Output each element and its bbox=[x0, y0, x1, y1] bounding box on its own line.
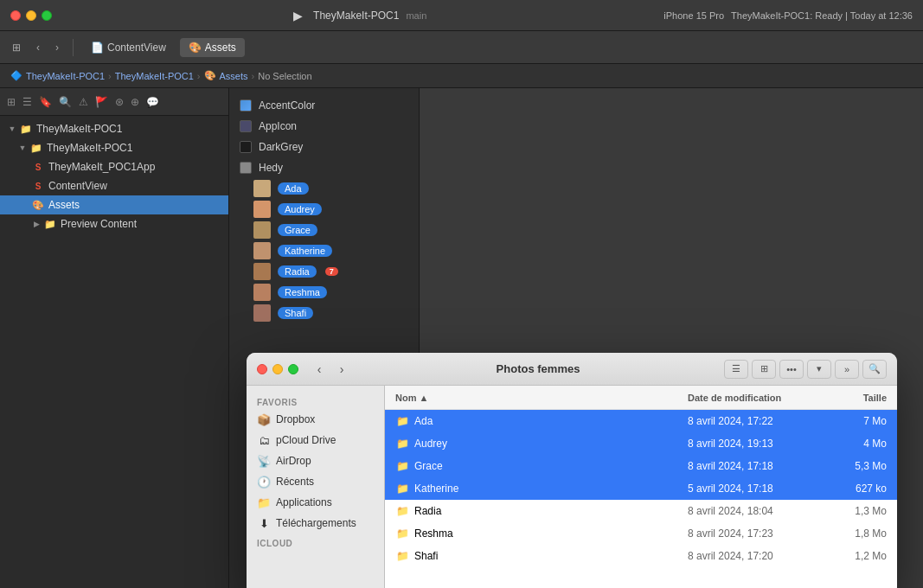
finder-item-downloads[interactable]: ⬇ Téléchargements bbox=[247, 513, 384, 534]
asset-label-darkgrey: DarkGrey bbox=[259, 141, 303, 153]
col-header-name[interactable]: Nom ▲ bbox=[395, 393, 688, 403]
asset-item-accentcolor[interactable]: AccentColor bbox=[229, 95, 419, 116]
finder-minimize-btn[interactable] bbox=[272, 364, 283, 374]
finder-title: Photos femmes bbox=[359, 362, 717, 375]
sidebar-item-preview[interactable]: ▶ 📁 Preview Content bbox=[0, 214, 228, 233]
finder-file-katherine[interactable]: 📁 Katherine 5 avril 2024, 17:18 627 ko bbox=[385, 477, 897, 500]
finder-file-reshma[interactable]: 📁 Reshma 8 avril 2024, 17:23 1,8 Mo bbox=[385, 522, 897, 545]
finder-file-shafi[interactable]: 📁 Shafi 8 avril 2024, 17:20 1,2 Mo bbox=[385, 545, 897, 567]
appicon-dot bbox=[240, 120, 252, 132]
finder-file-audrey[interactable]: 📁 Audrey 8 avril 2024, 19:13 4 Mo bbox=[385, 432, 897, 455]
finder-item-pcloud[interactable]: 🗂 pCloud Drive bbox=[247, 430, 384, 451]
sidebar-item-assets[interactable]: 🎨 Assets bbox=[0, 195, 228, 214]
finder-back-btn[interactable]: ‹ bbox=[309, 360, 330, 379]
asset-item-grace[interactable]: Grace bbox=[229, 220, 419, 240]
file-size-grace: 5,3 Mo bbox=[826, 460, 887, 472]
col-header-size[interactable]: Taille bbox=[826, 393, 887, 403]
file-date-audrey: 8 avril 2024, 19:13 bbox=[688, 438, 826, 450]
flag-icon[interactable]: 🚩 bbox=[95, 96, 108, 108]
airdrop-icon: 📡 bbox=[257, 454, 271, 468]
breadcrumb-3[interactable]: Assets bbox=[220, 71, 248, 81]
finder-more-btn[interactable]: ••• bbox=[779, 360, 804, 379]
finder-item-recents[interactable]: 🕐 Récents bbox=[247, 471, 384, 492]
asset-item-shafi[interactable]: Shafi bbox=[229, 303, 419, 323]
finder-grid-view-btn[interactable]: ⊞ bbox=[752, 360, 776, 379]
toolbar-separator bbox=[73, 39, 74, 56]
finder-label-recents: Récents bbox=[276, 476, 314, 488]
folder-icon-ada: 📁 bbox=[395, 414, 409, 428]
asset-item-darkgrey[interactable]: DarkGrey bbox=[229, 137, 419, 157]
file-size-shafi: 1,2 Mo bbox=[826, 550, 887, 562]
finder-section-icloud: iCloud bbox=[247, 534, 384, 550]
folder-icon-shafi: 📁 bbox=[395, 549, 409, 563]
sidebar-item-root[interactable]: ▼ 📁 TheyMakeIt-POC1 bbox=[0, 119, 228, 138]
minimize-button[interactable] bbox=[26, 10, 36, 21]
col-header-date[interactable]: Date de modification bbox=[688, 393, 826, 403]
folder-icon-audrey: 📁 bbox=[395, 437, 409, 451]
asset-item-ada[interactable]: Ada bbox=[229, 178, 419, 199]
grid-icon[interactable]: ⊞ bbox=[7, 96, 16, 108]
finder-file-ada[interactable]: 📁 Ada 8 avril 2024, 17:22 7 Mo bbox=[385, 410, 897, 432]
finder-file-grace[interactable]: 📁 Grace 8 avril 2024, 17:18 5,3 Mo bbox=[385, 455, 897, 477]
finder-maximize-btn[interactable] bbox=[288, 364, 298, 374]
asset-label-katherine: Katherine bbox=[278, 245, 332, 257]
filter-icon[interactable]: ⊛ bbox=[115, 96, 124, 108]
asset-item-hedy[interactable]: Hedy bbox=[229, 157, 419, 178]
folder-icon-root: 📁 bbox=[19, 122, 33, 136]
comment-icon[interactable]: 💬 bbox=[146, 96, 159, 108]
asset-item-audrey[interactable]: Audrey bbox=[229, 199, 419, 220]
breadcrumb-icon-assets: 🎨 bbox=[204, 70, 216, 81]
finder-list-view-btn[interactable]: ☰ bbox=[724, 360, 748, 379]
breadcrumb-icon: 🔷 bbox=[10, 70, 22, 81]
maximize-button[interactable] bbox=[42, 10, 52, 21]
asset-item-reshma[interactable]: Reshma bbox=[229, 282, 419, 303]
finder-nav-buttons: ‹ › bbox=[309, 360, 352, 379]
finder-close-btn[interactable] bbox=[257, 364, 267, 374]
sidebar-item-app[interactable]: S TheyMakeIt_POC1App bbox=[0, 157, 228, 176]
breadcrumb-1[interactable]: TheyMakeIt-POC1 bbox=[26, 71, 105, 81]
sidebar-item-group[interactable]: ▼ 📁 TheyMakeIt-POC1 bbox=[0, 138, 228, 157]
status-bar: iPhone 15 Pro TheyMakeIt-POC1: Ready | T… bbox=[663, 10, 913, 21]
finder-file-radia[interactable]: 📁 Radia 8 avril 2024, 18:04 1,3 Mo bbox=[385, 500, 897, 522]
breadcrumb-2[interactable]: TheyMakeIt-POC1 bbox=[115, 71, 194, 81]
downloads-icon: ⬇ bbox=[257, 516, 271, 530]
device-label: iPhone 15 Pro bbox=[663, 10, 724, 21]
tab-contentview[interactable]: 📄 ContentView bbox=[82, 38, 175, 57]
diff-icon[interactable]: ⊕ bbox=[131, 96, 139, 108]
bookmark-icon[interactable]: 🔖 bbox=[39, 96, 52, 108]
darkgrey-dot bbox=[240, 141, 252, 153]
sidebar-toolbar: ⊞ ☰ 🔖 🔍 ⚠ 🚩 ⊛ ⊕ 💬 bbox=[0, 88, 228, 116]
finder-overflow-btn[interactable]: » bbox=[835, 360, 859, 379]
run-button[interactable]: ▶ bbox=[289, 7, 306, 24]
asset-item-appicon[interactable]: AppIcon bbox=[229, 116, 419, 137]
finder-label-airdrop: AirDrop bbox=[276, 455, 311, 467]
finder-more2-btn[interactable]: ▾ bbox=[807, 360, 831, 379]
sidebar-toggle-btn[interactable]: ⊞ bbox=[7, 39, 26, 56]
list-view-icon[interactable]: ☰ bbox=[22, 96, 32, 108]
back-btn[interactable]: ‹ bbox=[31, 39, 45, 56]
search-icon[interactable]: 🔍 bbox=[59, 96, 72, 108]
finder-item-applications[interactable]: 📁 Applications bbox=[247, 492, 384, 513]
asset-label-appicon: AppIcon bbox=[259, 120, 297, 132]
forward-btn[interactable]: › bbox=[50, 39, 64, 56]
accent-color-dot bbox=[240, 99, 252, 112]
sidebar-label-app: TheyMakeIt_POC1App bbox=[48, 161, 155, 173]
finder-search-btn[interactable]: 🔍 bbox=[862, 360, 887, 379]
finder-forward-btn[interactable]: › bbox=[331, 360, 352, 379]
file-size-radia: 1,3 Mo bbox=[826, 505, 887, 517]
swift-icon-app: S bbox=[31, 160, 45, 174]
radia-thumb bbox=[253, 263, 271, 280]
traffic-lights bbox=[10, 10, 52, 21]
asset-item-radia[interactable]: Radia 7 bbox=[229, 261, 419, 282]
breadcrumb-bar: 🔷 TheyMakeIt-POC1 › TheyMakeIt-POC1 › 🎨 … bbox=[0, 64, 923, 88]
warning-icon[interactable]: ⚠ bbox=[79, 96, 88, 108]
close-button[interactable] bbox=[10, 10, 21, 21]
asset-item-katherine[interactable]: Katherine bbox=[229, 240, 419, 261]
finder-item-airdrop[interactable]: 📡 AirDrop bbox=[247, 451, 384, 471]
asset-icon-assets: 🎨 bbox=[31, 198, 45, 212]
finder-column-headers: Nom ▲ Date de modification Taille bbox=[385, 386, 897, 410]
sidebar-item-contentview[interactable]: S ContentView bbox=[0, 176, 228, 195]
finder-item-dropbox[interactable]: 📦 Dropbox bbox=[247, 409, 384, 430]
finder-label-pcloud: pCloud Drive bbox=[276, 434, 336, 446]
tab-assets[interactable]: 🎨 Assets bbox=[180, 38, 245, 57]
